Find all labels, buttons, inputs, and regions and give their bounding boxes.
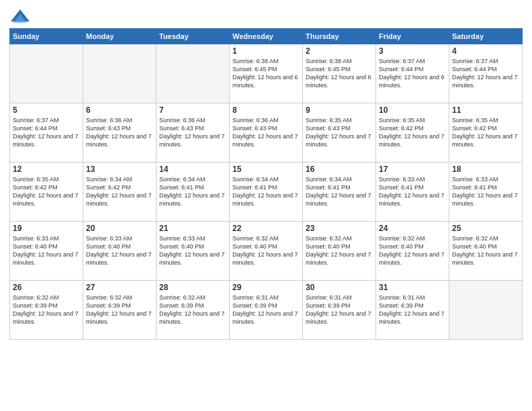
day-number: 10	[379, 105, 446, 115]
cell-info: Sunrise: 6:37 AM Sunset: 6:44 PM Dayligh…	[452, 57, 519, 90]
calendar-cell: 28Sunrise: 6:32 AM Sunset: 6:39 PM Dayli…	[157, 281, 230, 340]
calendar-cell: 20Sunrise: 6:33 AM Sunset: 6:40 PM Dayli…	[83, 222, 157, 281]
calendar-cell: 22Sunrise: 6:32 AM Sunset: 6:40 PM Dayli…	[230, 222, 303, 281]
cell-info: Sunrise: 6:32 AM Sunset: 6:39 PM Dayligh…	[86, 293, 153, 326]
cell-info: Sunrise: 6:33 AM Sunset: 6:40 PM Dayligh…	[159, 234, 226, 267]
calendar-cell: 29Sunrise: 6:31 AM Sunset: 6:39 PM Dayli…	[230, 281, 303, 340]
cell-info: Sunrise: 6:33 AM Sunset: 6:41 PM Dayligh…	[379, 175, 446, 208]
logo-icon	[11, 7, 30, 26]
cell-info: Sunrise: 6:35 AM Sunset: 6:42 PM Dayligh…	[13, 175, 80, 208]
calendar-cell: 31Sunrise: 6:31 AM Sunset: 6:39 PM Dayli…	[376, 281, 449, 340]
cell-info: Sunrise: 6:32 AM Sunset: 6:39 PM Dayligh…	[159, 293, 226, 326]
calendar-week-4: 26Sunrise: 6:32 AM Sunset: 6:39 PM Dayli…	[10, 281, 523, 340]
day-number: 29	[232, 283, 300, 292]
cell-info: Sunrise: 6:35 AM Sunset: 6:42 PM Dayligh…	[379, 116, 446, 149]
calendar-cell: 11Sunrise: 6:35 AM Sunset: 6:42 PM Dayli…	[449, 103, 523, 163]
cell-info: Sunrise: 6:36 AM Sunset: 6:43 PM Dayligh…	[86, 116, 153, 149]
cell-info: Sunrise: 6:36 AM Sunset: 6:43 PM Dayligh…	[232, 116, 300, 149]
day-number: 12	[13, 165, 80, 174]
calendar-header-thursday: Thursday	[303, 29, 376, 44]
calendar-cell: 18Sunrise: 6:33 AM Sunset: 6:41 PM Dayli…	[449, 163, 523, 222]
day-number: 18	[452, 165, 519, 174]
cell-info: Sunrise: 6:32 AM Sunset: 6:40 PM Dayligh…	[306, 234, 373, 267]
calendar-cell: 5Sunrise: 6:37 AM Sunset: 6:44 PM Daylig…	[10, 103, 83, 163]
day-number: 31	[379, 283, 446, 292]
calendar-cell	[157, 44, 230, 103]
calendar-cell	[10, 44, 83, 103]
calendar-week-3: 19Sunrise: 6:33 AM Sunset: 6:40 PM Dayli…	[10, 222, 523, 281]
day-number: 15	[232, 165, 300, 174]
day-number: 17	[379, 165, 446, 174]
day-number: 6	[86, 105, 153, 115]
cell-info: Sunrise: 6:31 AM Sunset: 6:39 PM Dayligh…	[379, 293, 446, 326]
calendar-cell: 30Sunrise: 6:31 AM Sunset: 6:39 PM Dayli…	[303, 281, 376, 340]
day-number: 22	[232, 224, 300, 233]
calendar-cell: 21Sunrise: 6:33 AM Sunset: 6:40 PM Dayli…	[157, 222, 230, 281]
calendar-cell	[449, 281, 523, 340]
cell-info: Sunrise: 6:32 AM Sunset: 6:39 PM Dayligh…	[13, 293, 80, 326]
header	[9, 7, 523, 26]
calendar-cell: 1Sunrise: 6:38 AM Sunset: 6:45 PM Daylig…	[230, 44, 303, 103]
calendar-cell: 16Sunrise: 6:34 AM Sunset: 6:41 PM Dayli…	[303, 163, 376, 222]
day-number: 11	[452, 105, 519, 115]
calendar-cell: 26Sunrise: 6:32 AM Sunset: 6:39 PM Dayli…	[10, 281, 83, 340]
calendar-cell: 4Sunrise: 6:37 AM Sunset: 6:44 PM Daylig…	[449, 44, 523, 103]
cell-info: Sunrise: 6:34 AM Sunset: 6:41 PM Dayligh…	[306, 175, 373, 208]
day-number: 27	[86, 283, 153, 292]
calendar-cell: 6Sunrise: 6:36 AM Sunset: 6:43 PM Daylig…	[83, 103, 157, 163]
cell-info: Sunrise: 6:36 AM Sunset: 6:43 PM Dayligh…	[159, 116, 226, 149]
calendar-cell: 24Sunrise: 6:32 AM Sunset: 6:40 PM Dayli…	[376, 222, 449, 281]
cell-info: Sunrise: 6:38 AM Sunset: 6:45 PM Dayligh…	[306, 57, 373, 90]
cell-info: Sunrise: 6:32 AM Sunset: 6:40 PM Dayligh…	[232, 234, 300, 267]
calendar-header-row: SundayMondayTuesdayWednesdayThursdayFrid…	[10, 29, 523, 44]
cell-info: Sunrise: 6:33 AM Sunset: 6:41 PM Dayligh…	[452, 175, 519, 208]
calendar-header-friday: Friday	[376, 29, 449, 44]
day-number: 9	[306, 105, 373, 115]
day-number: 1	[232, 46, 300, 56]
calendar-cell: 8Sunrise: 6:36 AM Sunset: 6:43 PM Daylig…	[230, 103, 303, 163]
calendar-cell	[83, 44, 157, 103]
cell-info: Sunrise: 6:31 AM Sunset: 6:39 PM Dayligh…	[306, 293, 373, 326]
calendar-cell: 15Sunrise: 6:34 AM Sunset: 6:41 PM Dayli…	[230, 163, 303, 222]
cell-info: Sunrise: 6:34 AM Sunset: 6:41 PM Dayligh…	[159, 175, 226, 208]
day-number: 23	[306, 224, 373, 233]
calendar-week-1: 5Sunrise: 6:37 AM Sunset: 6:44 PM Daylig…	[10, 103, 523, 163]
calendar-cell: 12Sunrise: 6:35 AM Sunset: 6:42 PM Dayli…	[10, 163, 83, 222]
cell-info: Sunrise: 6:38 AM Sunset: 6:45 PM Dayligh…	[232, 57, 300, 90]
day-number: 5	[13, 105, 80, 115]
day-number: 19	[13, 224, 80, 233]
cell-info: Sunrise: 6:31 AM Sunset: 6:39 PM Dayligh…	[232, 293, 300, 326]
day-number: 13	[86, 165, 153, 174]
calendar-cell: 9Sunrise: 6:35 AM Sunset: 6:43 PM Daylig…	[303, 103, 376, 163]
day-number: 28	[159, 283, 226, 292]
cell-info: Sunrise: 6:34 AM Sunset: 6:42 PM Dayligh…	[86, 175, 153, 208]
day-number: 24	[379, 224, 446, 233]
day-number: 16	[306, 165, 373, 174]
day-number: 21	[159, 224, 226, 233]
calendar-header-sunday: Sunday	[10, 29, 83, 44]
day-number: 3	[379, 46, 446, 56]
calendar-cell: 13Sunrise: 6:34 AM Sunset: 6:42 PM Dayli…	[83, 163, 157, 222]
calendar-header-wednesday: Wednesday	[230, 29, 303, 44]
calendar-cell: 27Sunrise: 6:32 AM Sunset: 6:39 PM Dayli…	[83, 281, 157, 340]
day-number: 25	[452, 224, 519, 233]
calendar-header-tuesday: Tuesday	[157, 29, 230, 44]
day-number: 7	[159, 105, 226, 115]
calendar-table: SundayMondayTuesdayWednesdayThursdayFrid…	[9, 28, 523, 340]
calendar-cell: 17Sunrise: 6:33 AM Sunset: 6:41 PM Dayli…	[376, 163, 449, 222]
calendar-cell: 10Sunrise: 6:35 AM Sunset: 6:42 PM Dayli…	[376, 103, 449, 163]
calendar-header-monday: Monday	[83, 29, 157, 44]
cell-info: Sunrise: 6:32 AM Sunset: 6:40 PM Dayligh…	[452, 234, 519, 267]
day-number: 4	[452, 46, 519, 56]
cell-info: Sunrise: 6:35 AM Sunset: 6:43 PM Dayligh…	[306, 116, 373, 149]
cell-info: Sunrise: 6:33 AM Sunset: 6:40 PM Dayligh…	[13, 234, 80, 267]
day-number: 2	[306, 46, 373, 56]
day-number: 14	[159, 165, 226, 174]
day-number: 30	[306, 283, 373, 292]
calendar-cell: 7Sunrise: 6:36 AM Sunset: 6:43 PM Daylig…	[157, 103, 230, 163]
calendar-cell: 23Sunrise: 6:32 AM Sunset: 6:40 PM Dayli…	[303, 222, 376, 281]
cell-info: Sunrise: 6:32 AM Sunset: 6:40 PM Dayligh…	[379, 234, 446, 267]
calendar-header-saturday: Saturday	[449, 29, 523, 44]
calendar-cell: 2Sunrise: 6:38 AM Sunset: 6:45 PM Daylig…	[303, 44, 376, 103]
calendar-cell: 25Sunrise: 6:32 AM Sunset: 6:40 PM Dayli…	[449, 222, 523, 281]
